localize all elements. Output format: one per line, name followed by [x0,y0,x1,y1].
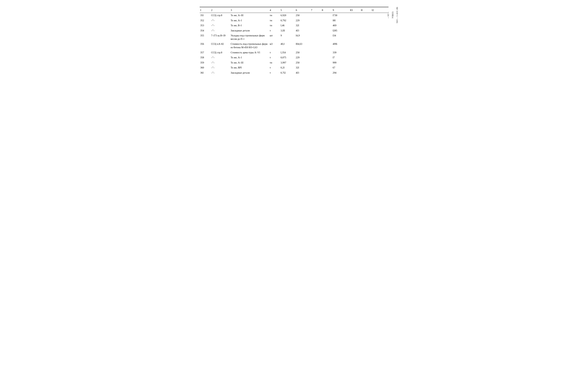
row-ref: –"– [210,18,230,23]
row-col11 [360,13,371,18]
row-num: 355 [200,33,210,41]
row-col12 [371,41,388,50]
row-col10 [349,18,360,23]
row-col10 [349,13,360,18]
row-qty: 6,920 [280,13,295,18]
row-ref: ССЦ стр.8 [210,50,230,55]
row-num: 359 [200,60,210,65]
row-unit: тн [269,60,280,65]
row-col7 [310,55,321,60]
row-price: I04,63 [295,41,310,50]
row-col11 [360,65,371,70]
row-col11 [360,33,371,41]
header-col8: 8 [321,8,332,13]
row-col11 [360,23,371,28]
row-price: 4I3 [295,70,310,76]
row-col12 [371,60,388,65]
row-total: 294 [332,70,349,76]
row-col7 [310,70,321,76]
header-col2: 2 [210,8,230,13]
row-col8 [321,41,332,50]
table-row: 360–"–То же, ВРIт0,2I32I67 [200,65,389,70]
row-col8 [321,33,332,41]
header-col11: II [360,8,371,13]
main-table: I 2 3 4 5 6 7 8 9 IO II I2 35IССЦ стр.8Т… [200,7,389,75]
row-unit: тн [269,18,280,23]
row-col10 [349,33,360,41]
row-price: 229 [295,55,310,60]
row-col11 [360,55,371,60]
row-col8 [321,55,332,60]
row-ref: –"– [210,65,230,70]
row-price: 32I [295,65,310,70]
header-col7: 7 [310,8,321,13]
row-qty: 0,792 [280,18,295,23]
page-container: I 2 3 4 5 6 7 8 9 IO II I2 35IССЦ стр.8Т… [200,7,389,75]
row-num: 353 [200,23,210,28]
row-col12 [371,50,388,55]
row-total: 4I96 [332,41,349,50]
table-body: 35IССЦ стр.8То же, А–IIIтн6,920250I73035… [200,13,389,76]
row-col10 [349,55,360,60]
row-num: 352 [200,18,210,23]
header-col12: I2 [371,8,388,13]
row-col8 [321,13,332,18]
row-unit: т [269,50,280,55]
row-col7 [310,13,321,18]
row-unit: тн [269,23,280,28]
row-col10 [349,60,360,65]
row-col8 [321,65,332,70]
row-price: 32I [295,23,310,28]
row-col7 [310,65,321,70]
row-desc: То же, В–I [230,23,269,28]
row-num: 358 [200,55,210,60]
row-col10 [349,65,360,70]
row-col8 [321,50,332,55]
table-row: 358–"–То же, А–Iт0,075229I7 [200,55,389,60]
row-num: 36I [200,70,210,76]
header-col3: 3 [230,8,269,13]
header-col9: 9 [332,8,349,13]
row-total: I730 [332,13,349,18]
table-row: 359–"–То же, А–IIIтн3,997250999 [200,60,389,65]
row-desc: Стоимость арма-туры А–VI [230,50,269,55]
row-total: I8I [332,18,349,23]
row-col11 [360,28,371,33]
table-row: 3557–I73 ш.I0–I9Укладка под-стропильных … [200,33,389,41]
row-num: 357 [200,50,210,55]
row-col7 [310,60,321,65]
row-qty: 0,075 [280,55,295,60]
row-col7 [310,23,321,28]
row-col11 [360,18,371,23]
row-total: 339 [332,50,349,55]
row-num: 356 [200,41,210,50]
header-col6: 6 [295,8,310,13]
table-row: 352–"–То же, А–Iтн0,792229I8I [200,18,389,23]
row-qty: 9 [280,33,295,41]
row-col12 [371,65,388,70]
row-col8 [321,23,332,28]
row-price: 250 [295,60,310,65]
row-col10 [349,28,360,33]
row-desc: То же, А–I [230,55,269,60]
row-desc: Закладные детали [230,28,269,33]
row-price: 250 [295,50,310,55]
row-total: I34 [332,33,349,41]
table-row: 35IССЦ стр.8То же, А–IIIтн6,920250I730 [200,13,389,18]
row-total: I285 [332,28,349,33]
table-row: 356ССЦ п.8–82Стоимость под-стропильных ф… [200,41,389,50]
row-ref: –"– [210,60,230,65]
row-qty: I,354 [280,50,295,55]
row-desc: Укладка под-стропильных ферм весом до I5… [230,33,269,41]
row-ref: –"– [210,55,230,60]
row-unit: тн [269,13,280,18]
row-desc: Стоимость под-стропильных ферм из бетона… [230,41,269,50]
table-row: 357ССЦ стр.8Стоимость арма-туры А–VIтI,3… [200,50,389,55]
row-col12 [371,55,388,60]
row-ref: –"– [210,23,230,28]
table-row: 36I–"–Закладные деталит0,7I24I3294 [200,70,389,76]
row-col12 [371,28,388,33]
row-price: I4,9 [295,33,310,41]
row-num: 360 [200,65,210,70]
row-price: 4I3 [295,28,310,33]
